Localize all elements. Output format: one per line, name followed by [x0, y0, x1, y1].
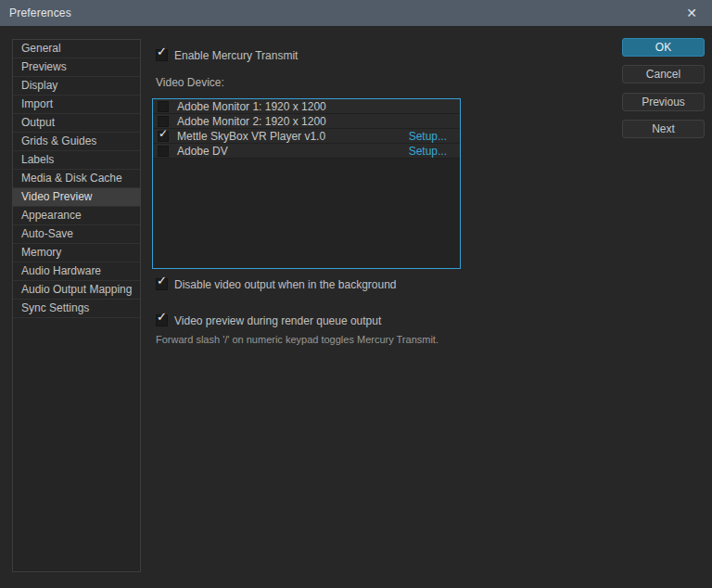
video-device-label: Video Device:	[156, 76, 224, 89]
device-row-adobe-monitor-1[interactable]: Adobe Monitor 1: 1920 x 1200	[153, 99, 460, 114]
video-device-list: Adobe Monitor 1: 1920 x 1200 Adobe Monit…	[152, 98, 461, 269]
mercury-transmit-hint: Forward slash '/' on numeric keypad togg…	[156, 334, 439, 345]
device-checkbox[interactable]	[158, 101, 169, 112]
render-queue-preview-label: Video preview during render queue output	[174, 314, 381, 327]
device-setup-link[interactable]: Setup...	[409, 145, 447, 158]
device-row-adobe-dv[interactable]: Adobe DV Setup...	[153, 144, 460, 159]
window-title: Preferences	[0, 6, 71, 19]
previous-button[interactable]: Previous	[622, 93, 705, 111]
device-name: Mettle SkyBox VR Player v1.0	[177, 130, 325, 143]
enable-mercury-label: Enable Mercury Transmit	[174, 49, 298, 62]
device-checkbox[interactable]: ✓	[158, 131, 169, 142]
device-name: Adobe DV	[177, 145, 228, 158]
enable-mercury-checkbox[interactable]: ✓	[156, 49, 168, 61]
render-queue-preview-checkbox[interactable]: ✓	[156, 314, 168, 326]
disable-bg-output-label: Disable video output when in the backgro…	[174, 278, 397, 291]
next-button[interactable]: Next	[622, 120, 705, 138]
cancel-button[interactable]: Cancel	[622, 65, 705, 83]
check-icon: ✓	[157, 311, 167, 324]
titlebar[interactable]: Preferences ✕	[0, 0, 712, 26]
device-checkbox[interactable]	[158, 146, 169, 157]
device-setup-link[interactable]: Setup...	[409, 130, 447, 143]
device-checkbox[interactable]	[158, 116, 169, 127]
close-icon[interactable]: ✕	[680, 0, 703, 26]
disable-bg-output-checkbox[interactable]: ✓	[156, 278, 168, 290]
check-icon: ✓	[157, 275, 167, 288]
ok-button[interactable]: OK	[622, 38, 705, 57]
device-row-adobe-monitor-2[interactable]: Adobe Monitor 2: 1920 x 1200	[153, 114, 460, 129]
device-name: Adobe Monitor 2: 1920 x 1200	[177, 115, 326, 128]
video-preview-panel: ✓ Enable Mercury Transmit Video Device: …	[0, 26, 712, 588]
preferences-dialog: Preferences ✕ General Previews Display I…	[0, 0, 712, 588]
check-icon: ✓	[157, 45, 167, 58]
check-icon: ✓	[159, 127, 168, 140]
device-name: Adobe Monitor 1: 1920 x 1200	[177, 100, 326, 113]
device-row-mettle-skybox[interactable]: ✓ Mettle SkyBox VR Player v1.0 Setup...	[153, 129, 460, 144]
